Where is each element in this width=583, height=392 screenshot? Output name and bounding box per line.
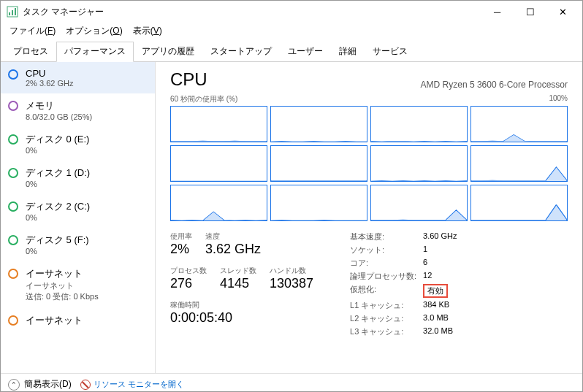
- svg-rect-2: [12, 10, 13, 15]
- core-graph-5: [270, 145, 367, 182]
- cores-value: 6: [423, 258, 427, 269]
- sidebar-item-title: CPU: [26, 68, 73, 79]
- chevron-up-icon: ⌃: [8, 379, 20, 391]
- sidebar-item-6[interactable]: イーサネットイーサネット送信: 0 受信: 0 Kbps: [1, 261, 155, 308]
- processes-label: プロセス数: [170, 266, 207, 276]
- logical-value: 12: [423, 271, 432, 282]
- sidebar-item-sub: 0%: [26, 180, 90, 188]
- main-panel: CPU AMD Ryzen 5 3600 6-Core Processor 60…: [156, 62, 582, 373]
- resource-monitor-link[interactable]: リソース モニターを開く: [80, 379, 184, 390]
- graph-label-right: 100%: [549, 94, 568, 104]
- usage-value: 2%: [170, 242, 192, 257]
- fewer-details-label: 簡易表示(D): [24, 378, 72, 391]
- minimize-button[interactable]: ─: [481, 1, 514, 22]
- resource-monitor-label: リソース モニターを開く: [94, 379, 184, 390]
- logical-label: 論理プロセッサ数:: [350, 271, 423, 282]
- core-graph-1: [270, 106, 367, 142]
- core-graph-11: [470, 185, 568, 221]
- core-graph-0: [170, 106, 267, 142]
- l2-cache-label: L2 キャッシュ:: [350, 313, 423, 324]
- sidebar-item-sub: 2% 3.62 GHz: [26, 79, 73, 88]
- cpu-cores-grid[interactable]: [170, 106, 568, 221]
- handles-value: 130387: [270, 276, 313, 291]
- menu-file[interactable]: ファイル(F): [5, 23, 60, 39]
- sidebar-item-0[interactable]: CPU2% 3.62 GHz: [1, 62, 155, 93]
- processes-value: 276: [170, 276, 207, 291]
- l2-cache-value: 3.0 MB: [423, 313, 449, 324]
- l1-cache-value: 384 KB: [423, 300, 449, 311]
- titlebar: タスク マネージャー ─ ☐ ✕: [1, 1, 582, 23]
- sidebar-item-2[interactable]: ディスク 0 (E:)0%: [1, 127, 155, 161]
- tab-1[interactable]: パフォーマンス: [56, 42, 134, 62]
- sidebar-item-title: ディスク 5 (F:): [26, 234, 89, 247]
- sockets-label: ソケット:: [350, 245, 423, 255]
- virtualization-value: 有効: [427, 286, 443, 295]
- core-graph-4: [170, 145, 267, 182]
- threads-label: スレッド数: [220, 266, 256, 276]
- tab-6[interactable]: サービス: [365, 42, 416, 61]
- sidebar-item-sub: 8.0/32.0 GB (25%): [26, 112, 92, 121]
- processor-name: AMD Ryzen 5 3600 6-Core Processor: [421, 80, 568, 90]
- window-title: タスク マネージャー: [23, 6, 481, 18]
- menu-options[interactable]: オプション(O): [61, 23, 126, 39]
- uptime-label: 稼働時間: [170, 300, 313, 310]
- tab-3[interactable]: スタートアップ: [202, 42, 280, 61]
- graph-label-left: 60 秒間の使用率 (%): [170, 94, 237, 104]
- maximize-button[interactable]: ☐: [514, 1, 546, 22]
- sidebar-item-sub: 0%: [26, 213, 90, 222]
- sidebar-item-title: イーサネット: [26, 267, 99, 280]
- tabbar: プロセスパフォーマンスアプリの履歴スタートアップユーザー詳細サービス: [1, 39, 582, 62]
- svg-rect-1: [9, 12, 10, 15]
- sidebar-item-title: ディスク 2 (C:): [26, 200, 90, 213]
- sidebar-item-sub2: 送信: 0 受信: 0 Kbps: [26, 291, 99, 302]
- sidebar: CPU2% 3.62 GHzメモリ8.0/32.0 GB (25%)ディスク 0…: [1, 62, 156, 373]
- menu-view[interactable]: 表示(V): [129, 23, 167, 39]
- uptime-value: 0:00:05:40: [170, 310, 313, 326]
- resource-monitor-icon: [80, 380, 91, 390]
- l1-cache-label: L1 キャッシュ:: [350, 300, 423, 311]
- status-ring-icon: [8, 201, 18, 212]
- tab-4[interactable]: ユーザー: [280, 42, 331, 61]
- fewer-details-button[interactable]: ⌃ 簡易表示(D): [8, 378, 72, 391]
- sidebar-item-3[interactable]: ディスク 1 (D:)0%: [1, 161, 155, 194]
- speed-value: 3.62 GHz: [205, 242, 261, 257]
- sidebar-item-title: ディスク 0 (E:): [26, 133, 89, 146]
- sidebar-item-7[interactable]: イーサネット: [1, 308, 155, 333]
- footer: ⌃ 簡易表示(D) リソース モニターを開く: [1, 373, 582, 392]
- tab-5[interactable]: 詳細: [331, 42, 365, 61]
- core-graph-9: [270, 185, 367, 221]
- virtualization-label: 仮想化:: [350, 284, 423, 298]
- status-ring-icon: [8, 235, 18, 245]
- status-ring-icon: [8, 69, 18, 80]
- sidebar-item-4[interactable]: ディスク 2 (C:)0%: [1, 194, 155, 228]
- status-ring-icon: [8, 269, 18, 279]
- sockets-value: 1: [423, 245, 427, 255]
- status-ring-icon: [8, 134, 18, 145]
- sidebar-item-sub: 0%: [26, 247, 89, 255]
- sidebar-item-title: イーサネット: [26, 314, 83, 327]
- core-graph-3: [470, 106, 568, 142]
- sidebar-item-5[interactable]: ディスク 5 (F:)0%: [1, 228, 155, 261]
- sidebar-item-1[interactable]: メモリ8.0/32.0 GB (25%): [1, 93, 155, 127]
- tab-0[interactable]: プロセス: [5, 42, 56, 61]
- sidebar-item-title: メモリ: [26, 99, 92, 112]
- close-button[interactable]: ✕: [546, 1, 579, 22]
- status-ring-icon: [8, 168, 18, 178]
- core-graph-2: [370, 106, 468, 142]
- cores-label: コア:: [350, 258, 423, 269]
- threads-value: 4145: [220, 276, 256, 291]
- core-graph-8: [170, 185, 267, 221]
- base-speed-value: 3.60 GHz: [423, 231, 457, 242]
- base-speed-label: 基本速度:: [350, 231, 423, 242]
- page-title: CPU: [170, 69, 207, 90]
- svg-rect-3: [15, 8, 16, 15]
- handles-label: ハンドル数: [270, 266, 313, 276]
- l3-cache-label: L3 キャッシュ:: [350, 326, 423, 337]
- app-icon: [7, 6, 18, 18]
- tab-2[interactable]: アプリの履歴: [134, 42, 202, 61]
- menubar: ファイル(F) オプション(O) 表示(V): [1, 23, 582, 39]
- speed-label: 速度: [205, 231, 261, 242]
- usage-label: 使用率: [170, 231, 192, 242]
- sidebar-item-title: ディスク 1 (D:): [26, 166, 90, 180]
- core-graph-6: [370, 145, 468, 182]
